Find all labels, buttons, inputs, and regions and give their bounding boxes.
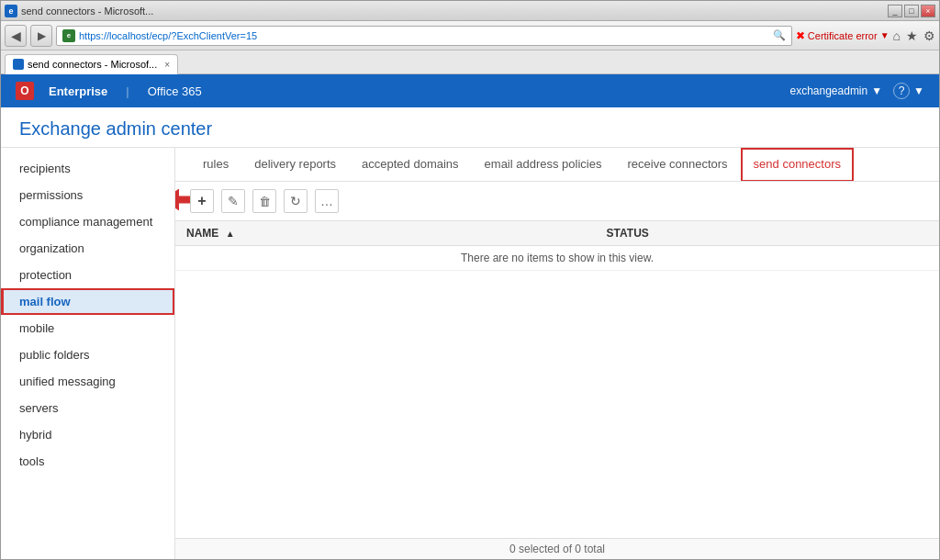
- toolbar: + ✎ 🗑 ↻ …: [175, 182, 939, 221]
- browser-icon: e: [5, 5, 17, 17]
- empty-message: There are no items to show in this view.: [175, 246, 939, 271]
- browser-action-icons: ⌂ ★ ⚙: [893, 28, 935, 43]
- window-title: send connectors - Microsoft...: [21, 6, 153, 17]
- back-button[interactable]: ◀: [5, 25, 27, 47]
- help-button[interactable]: ? ▼: [893, 83, 924, 99]
- tab-navigation: rules delivery reports accepted domains …: [175, 148, 939, 182]
- cert-error-text: Certificate error: [808, 30, 878, 41]
- more-button[interactable]: …: [315, 189, 339, 213]
- browser-tab-send-connectors[interactable]: send connectors - Microsof... ×: [5, 54, 178, 74]
- sidebar-item-unified-messaging[interactable]: unified messaging: [1, 368, 174, 395]
- sidebar-item-hybrid[interactable]: hybrid: [1, 421, 174, 448]
- sidebar: recipients permissions compliance manage…: [1, 148, 175, 559]
- tab-favicon: [13, 59, 24, 70]
- minimize-button[interactable]: _: [888, 5, 902, 17]
- page-title-bar: Exchange admin center: [1, 107, 939, 148]
- sidebar-item-protection[interactable]: protection: [1, 262, 174, 288]
- sidebar-item-recipients[interactable]: recipients: [1, 155, 174, 182]
- favorites-icon[interactable]: ★: [906, 28, 918, 43]
- sort-icon-name: ▲: [226, 229, 235, 239]
- help-icon: ?: [893, 83, 910, 99]
- tab-rules[interactable]: rules: [190, 148, 241, 182]
- address-bar[interactable]: e https://localhost/ecp/?ExchClientVer=1…: [56, 26, 792, 46]
- arrow-indicator: [175, 189, 190, 214]
- tab-send-connectors[interactable]: send connectors: [741, 148, 854, 182]
- help-dropdown-icon: ▼: [913, 84, 924, 97]
- empty-state-row: There are no items to show in this view.: [175, 246, 939, 271]
- column-header-name[interactable]: NAME ▲: [175, 221, 596, 246]
- search-icon: 🔍: [773, 29, 786, 41]
- sidebar-item-mail-flow[interactable]: mail flow: [1, 288, 174, 315]
- cert-error-icon: ✖: [796, 29, 805, 42]
- svg-marker-0: [175, 189, 190, 211]
- title-bar-buttons[interactable]: _ □ ×: [888, 5, 935, 17]
- cert-error-indicator: ✖ Certificate error ▼: [796, 29, 890, 42]
- column-header-extra: [824, 221, 939, 246]
- sidebar-item-mobile[interactable]: mobile: [1, 315, 174, 342]
- main-layout: Exchange admin center recipients permiss…: [1, 107, 939, 559]
- page-title: Exchange admin center: [19, 118, 921, 140]
- app-content: O Enterprise | Office 365 exchangeadmin …: [1, 74, 939, 559]
- sidebar-item-servers[interactable]: servers: [1, 395, 174, 421]
- red-arrow-icon: [175, 189, 190, 211]
- sidebar-item-compliance-management[interactable]: compliance management: [1, 208, 174, 235]
- tab-receive-connectors[interactable]: receive connectors: [614, 148, 740, 182]
- content-area: rules delivery reports accepted domains …: [175, 148, 939, 559]
- forward-button[interactable]: ▶: [30, 25, 52, 47]
- address-text: https://localhost/ecp/?ExchClientVer=15: [79, 30, 769, 41]
- admin-dropdown-icon: ▼: [871, 84, 882, 97]
- admin-username: exchangeadmin: [789, 84, 867, 97]
- office-icon: O: [16, 82, 34, 100]
- settings-icon[interactable]: ⚙: [923, 28, 935, 43]
- title-bar-left: e send connectors - Microsoft...: [5, 5, 153, 17]
- app-header-right: exchangeadmin ▼ ? ▼: [789, 83, 924, 99]
- tab-label: send connectors - Microsof...: [28, 59, 157, 70]
- tab-email-address-policies[interactable]: email address policies: [472, 148, 615, 182]
- brand-label: Enterprise: [49, 84, 107, 98]
- home-icon[interactable]: ⌂: [893, 28, 901, 43]
- office365-label: Office 365: [148, 84, 202, 98]
- app-header-left: O Enterprise | Office 365: [16, 82, 202, 100]
- admin-user-menu[interactable]: exchangeadmin ▼: [789, 84, 882, 97]
- site-icon: e: [62, 29, 75, 42]
- tab-close-button[interactable]: ×: [164, 60, 170, 70]
- table-header-row: NAME ▲ STATUS: [175, 221, 939, 246]
- status-bar: 0 selected of 0 total: [175, 538, 939, 559]
- column-header-status[interactable]: STATUS: [596, 221, 825, 246]
- refresh-button[interactable]: ↻: [284, 189, 308, 213]
- tab-accepted-domains[interactable]: accepted domains: [349, 148, 472, 182]
- selection-count: 0 selected of 0 total: [509, 543, 605, 555]
- close-button[interactable]: ×: [921, 5, 935, 17]
- tab-delivery-reports[interactable]: delivery reports: [241, 148, 349, 182]
- maximize-button[interactable]: □: [904, 5, 919, 17]
- browser-tab-bar: send connectors - Microsof... ×: [1, 50, 939, 74]
- title-bar: e send connectors - Microsoft... _ □ ×: [1, 1, 939, 21]
- add-button[interactable]: +: [190, 189, 214, 213]
- cert-dropdown-icon: ▼: [880, 30, 890, 40]
- table-area: NAME ▲ STATUS: [175, 221, 939, 538]
- sidebar-item-permissions[interactable]: permissions: [1, 182, 174, 208]
- sidebar-item-organization[interactable]: organization: [1, 235, 174, 262]
- delete-button[interactable]: 🗑: [252, 189, 276, 213]
- app-header: O Enterprise | Office 365 exchangeadmin …: [1, 74, 939, 107]
- sidebar-item-tools[interactable]: tools: [1, 448, 174, 475]
- send-connectors-table: NAME ▲ STATUS: [175, 221, 939, 271]
- edit-button[interactable]: ✎: [221, 189, 245, 213]
- browser-toolbar: ◀ ▶ e https://localhost/ecp/?ExchClientV…: [1, 21, 939, 50]
- sidebar-item-public-folders[interactable]: public folders: [1, 342, 174, 368]
